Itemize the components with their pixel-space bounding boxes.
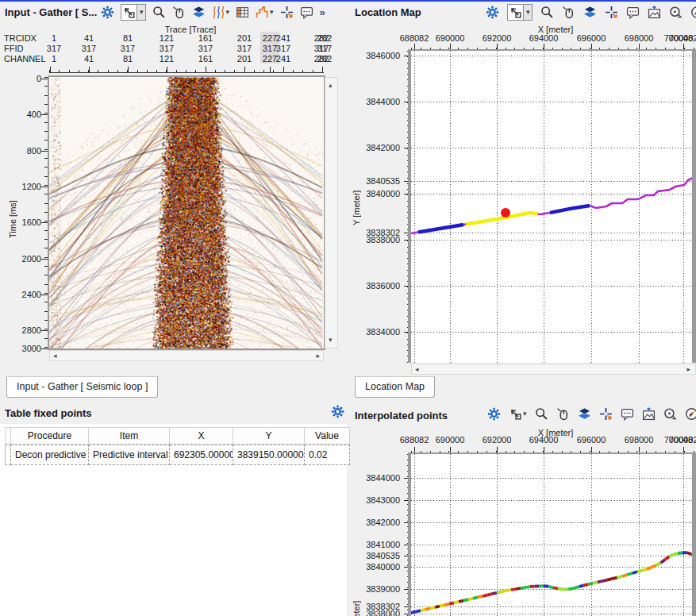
table-cell[interactable]: Predictive interval bbox=[89, 445, 170, 465]
export-image-icon[interactable] bbox=[648, 6, 661, 19]
time-tick-label: 800 bbox=[6, 146, 41, 156]
y-tick-label: 3838000 bbox=[349, 235, 400, 244]
row-gutter[interactable] bbox=[5, 445, 11, 465]
major-tick bbox=[89, 67, 90, 72]
zoom-icon[interactable] bbox=[152, 6, 166, 19]
column-header-item[interactable]: Item bbox=[89, 427, 170, 445]
select-arrow-icon bbox=[509, 6, 522, 19]
toolbar-overflow-button[interactable]: » bbox=[320, 6, 325, 18]
table-row[interactable]: Decon predictivePredictive interval69230… bbox=[5, 445, 350, 465]
select-arrow-icon bbox=[122, 6, 136, 19]
trace-header-value: 227 bbox=[263, 33, 277, 43]
column-header-value[interactable]: Value bbox=[305, 427, 350, 445]
interpolated-canvas[interactable] bbox=[411, 454, 692, 616]
chevron-down-icon[interactable]: ▾ bbox=[270, 6, 274, 19]
major-tick bbox=[41, 222, 48, 223]
select-tool-button[interactable]: ▾ bbox=[509, 407, 527, 421]
select-tool-button[interactable]: ▾ bbox=[121, 4, 146, 21]
histogram-button[interactable]: ▾ bbox=[256, 6, 274, 19]
scroll-up-icon[interactable]: ▴ bbox=[329, 82, 333, 89]
y-tick-label: 3842000 bbox=[349, 143, 400, 152]
compass-icon[interactable] bbox=[685, 407, 696, 421]
gear-icon[interactable] bbox=[101, 6, 114, 19]
chevron-down-icon[interactable]: ▾ bbox=[226, 6, 230, 19]
location-map-toolbar: ▾ bbox=[486, 4, 696, 21]
select-tool-button[interactable]: ▾ bbox=[507, 4, 533, 21]
minor-tick bbox=[156, 70, 157, 72]
major-tick bbox=[41, 187, 48, 187]
column-header-y[interactable]: Y bbox=[233, 427, 305, 445]
minor-tick bbox=[263, 70, 264, 72]
trace-header-value-overlap: 282 bbox=[317, 33, 332, 43]
gear-icon[interactable] bbox=[331, 405, 344, 418]
scroll-down-icon[interactable]: ▾ bbox=[329, 337, 333, 344]
y-tick-label: 3846000 bbox=[349, 51, 400, 60]
select-tool-dropdown[interactable]: ▾ bbox=[137, 4, 146, 21]
mouse-icon[interactable] bbox=[556, 407, 570, 421]
row-gutter[interactable] bbox=[5, 427, 11, 445]
minor-tick bbox=[59, 70, 60, 72]
y-tick-label: 3838000 bbox=[349, 609, 400, 616]
locmap-hscrollbar[interactable]: ◂ ▸ bbox=[411, 364, 696, 375]
crosshair-icon[interactable] bbox=[280, 6, 294, 19]
comment-icon[interactable] bbox=[300, 6, 313, 19]
wiggle-display-button[interactable]: ▾ bbox=[212, 6, 230, 19]
tape-icon[interactable] bbox=[669, 6, 683, 19]
table-cell[interactable]: Decon predictive bbox=[11, 445, 89, 465]
scroll-right-icon[interactable]: ▸ bbox=[316, 352, 320, 360]
chevron-down-icon: ▾ bbox=[140, 6, 144, 19]
minor-tick bbox=[313, 70, 313, 72]
table-cell[interactable]: 0.02 bbox=[305, 445, 350, 465]
mouse-icon[interactable] bbox=[172, 6, 186, 19]
layers-icon[interactable] bbox=[578, 407, 591, 421]
table-cell[interactable]: 3839150.000000 bbox=[233, 445, 305, 465]
gear-icon[interactable] bbox=[487, 407, 501, 421]
major-tick bbox=[283, 67, 284, 72]
scroll-left-icon[interactable]: ◂ bbox=[53, 352, 57, 360]
minor-tick bbox=[273, 70, 274, 72]
major-tick bbox=[206, 67, 206, 72]
column-header-x[interactable]: X bbox=[170, 427, 233, 445]
tape-icon[interactable] bbox=[663, 407, 677, 421]
major-tick bbox=[128, 67, 129, 72]
y-tick-label: 3840000 bbox=[349, 562, 400, 572]
layers-icon[interactable] bbox=[192, 6, 206, 19]
crosshair-icon[interactable] bbox=[605, 6, 618, 19]
zoom-icon[interactable] bbox=[540, 6, 554, 19]
minor-tick bbox=[117, 70, 118, 72]
trace-header-row-label: TRCIDX bbox=[4, 33, 37, 43]
minor-tick bbox=[195, 70, 196, 72]
y-tick-label: 3842000 bbox=[349, 518, 400, 527]
crosshair-icon[interactable] bbox=[599, 407, 613, 421]
x-tick-label-overlap: 700000 bbox=[651, 435, 696, 445]
comment-icon[interactable] bbox=[621, 407, 634, 421]
seismic-tab[interactable]: Input - Gather [ Seismic loop ] bbox=[6, 376, 158, 398]
column-header-procedure[interactable]: Procedure bbox=[11, 427, 89, 445]
chevron-down-icon[interactable]: ▾ bbox=[523, 407, 527, 421]
export-image-icon[interactable] bbox=[642, 407, 656, 421]
fixed-points-table[interactable]: ProcedureItemXYValueDecon predictivePred… bbox=[5, 427, 350, 465]
seismic-vscrollbar[interactable]: ▴ ▾ bbox=[325, 77, 338, 348]
minor-tick bbox=[147, 70, 148, 72]
trace-header-value: 161 bbox=[198, 33, 213, 43]
interpolated-title: Interpolated points bbox=[355, 410, 448, 422]
grid-icon[interactable] bbox=[236, 6, 249, 19]
scroll-left-icon[interactable]: ◂ bbox=[415, 366, 419, 373]
mouse-icon[interactable] bbox=[562, 6, 575, 19]
table-cell[interactable]: 692305.000000 bbox=[170, 445, 233, 465]
layers-icon[interactable] bbox=[583, 6, 597, 19]
y-tick-label: 3834000 bbox=[349, 327, 400, 337]
gear-icon[interactable] bbox=[486, 6, 499, 19]
trace-axis-ruler bbox=[49, 63, 324, 73]
compass-icon[interactable] bbox=[690, 6, 696, 19]
comment-icon[interactable] bbox=[626, 6, 640, 19]
trace-header-value: 317 bbox=[237, 44, 252, 53]
seismic-image[interactable] bbox=[49, 77, 324, 348]
zoom-icon[interactable] bbox=[535, 407, 548, 421]
y-tick-label: 3841000 bbox=[349, 540, 400, 549]
select-tool-dropdown[interactable]: ▾ bbox=[524, 4, 533, 21]
seismic-hscrollbar[interactable]: ◂ ▸ bbox=[49, 350, 324, 361]
scroll-right-icon[interactable]: ▸ bbox=[686, 366, 690, 373]
location-map-tab[interactable]: Location Map bbox=[355, 376, 435, 398]
location-map-canvas[interactable] bbox=[411, 51, 692, 363]
